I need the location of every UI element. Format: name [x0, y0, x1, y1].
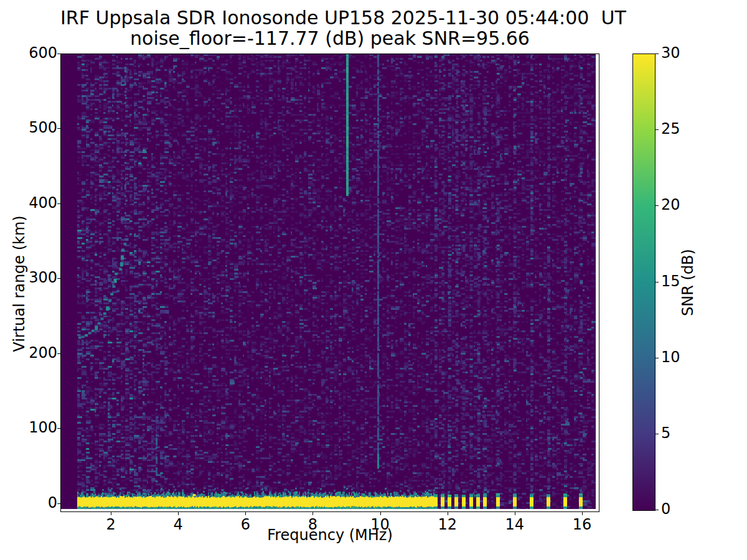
colorbar-tick-mark	[655, 54, 659, 54]
y-tick-label: 0	[19, 493, 57, 511]
y-tick-label: 500	[19, 119, 57, 136]
plot-subtitle: noise_floor=-117.77 (dB) peak SNR=95.66	[60, 28, 599, 49]
colorbar-tick-label: 30	[661, 44, 680, 62]
colorbar-tick-mark	[655, 129, 659, 130]
y-tick-mark	[57, 203, 60, 204]
x-tick-mark	[312, 512, 313, 515]
x-tick-mark	[380, 512, 381, 515]
colorbar-tick-label: 15	[661, 272, 680, 289]
y-tick-mark	[57, 54, 60, 54]
colorbar-tick-mark	[655, 510, 659, 510]
y-axis-label: Virtual range (km)	[11, 212, 28, 355]
x-tick-mark	[245, 512, 246, 515]
colorbar-tick-mark	[655, 358, 659, 358]
y-tick-label: 100	[19, 419, 57, 436]
ionogram-figure: IRF Uppsala SDR Ionosonde UP158 2025-11-…	[0, 0, 747, 560]
colorbar-tick-mark	[655, 434, 659, 434]
colorbar-tick-label: 10	[661, 348, 680, 365]
x-tick-mark	[582, 512, 583, 515]
y-tick-mark	[57, 428, 60, 429]
colorbar-tick-mark	[655, 282, 659, 282]
x-axis-label: Frequency (MHz)	[60, 526, 599, 544]
x-tick-mark	[448, 512, 448, 515]
colorbar-tick-label: 20	[661, 196, 680, 213]
colorbar-label: SNR (dB)	[679, 211, 697, 354]
x-tick-mark	[515, 512, 515, 515]
colorbar	[632, 54, 655, 511]
plot-title: IRF Uppsala SDR Ionosonde UP158 2025-11-…	[60, 7, 599, 28]
colorbar-tick-label: 0	[661, 500, 670, 518]
y-tick-mark	[57, 278, 60, 279]
x-tick-mark	[178, 512, 179, 515]
x-tick-mark	[111, 512, 111, 515]
y-tick-label: 400	[19, 194, 57, 212]
y-tick-mark	[57, 353, 60, 354]
heatmap-canvas	[61, 54, 596, 509]
colorbar-tick-label: 25	[661, 120, 680, 138]
plot-area	[60, 54, 599, 512]
y-tick-mark	[57, 128, 60, 129]
colorbar-tick-label: 5	[661, 424, 670, 441]
y-tick-mark	[57, 503, 60, 504]
colorbar-tick-mark	[655, 205, 659, 206]
y-tick-label: 600	[19, 44, 57, 62]
